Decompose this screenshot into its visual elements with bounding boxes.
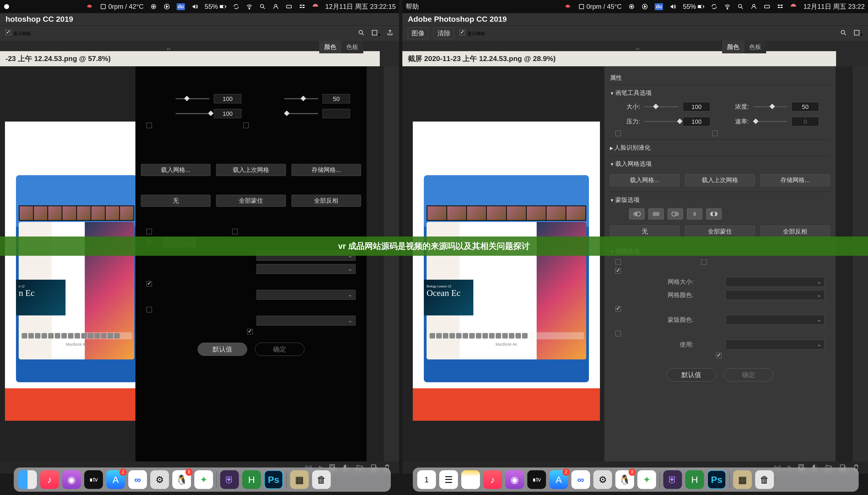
right-dock-left[interactable] xyxy=(383,67,399,474)
tab-color[interactable]: 颜色 xyxy=(319,41,341,53)
dock-appstore-icon[interactable]: A2 xyxy=(106,470,125,489)
document-tab-left[interactable]: -23 上午 12.24.53.png @ 57.8%) xyxy=(0,51,380,67)
toolbar-image-btn[interactable]: 图像 xyxy=(408,28,428,39)
battery-indicator[interactable]: 55% xyxy=(683,3,704,11)
mask-mode-4-icon[interactable] xyxy=(687,208,702,219)
mesh-size-select[interactable] xyxy=(725,277,824,287)
preview-checkbox[interactable] xyxy=(716,353,722,358)
toolbar-search-icon[interactable] xyxy=(358,29,365,37)
dock-folder-icon[interactable]: ▦ xyxy=(290,470,309,489)
dock-notes-icon[interactable] xyxy=(461,470,480,489)
dock-qq-icon[interactable]: 🐧8 xyxy=(172,470,191,489)
mask-all-button[interactable]: 全部蒙住 xyxy=(685,225,755,238)
sync-icon[interactable] xyxy=(711,3,717,10)
cloud-status-icon[interactable] xyxy=(87,3,93,10)
dock-folder-icon[interactable]: ▦ xyxy=(733,470,752,489)
load-mesh-button[interactable]: 载入网格... xyxy=(141,164,211,176)
mask-mode-1-icon[interactable] xyxy=(629,208,645,219)
show-backdrop-checkbox[interactable] xyxy=(146,307,152,312)
dock-settings-icon[interactable]: ⚙︎ xyxy=(593,470,612,489)
save-mesh-button[interactable]: 存储网格... xyxy=(291,164,361,176)
search-icon[interactable] xyxy=(737,3,744,10)
view-checkbox-2[interactable] xyxy=(232,229,238,234)
restore-defaults-button[interactable]: 默认值 xyxy=(667,368,716,381)
canvas-area-left[interactable]: n 12n Ec MacBook Air 100 50 100 xyxy=(0,67,383,474)
pin-edges-checkbox[interactable] xyxy=(712,131,718,136)
brush-options-header[interactable]: 画笔工具选项 xyxy=(610,87,830,99)
dock-calendar-icon[interactable]: 1 xyxy=(417,470,436,489)
baidu-ime-icon[interactable]: du xyxy=(655,3,663,10)
panel-collapse-icon[interactable]: ‹‹ xyxy=(636,41,639,56)
mask-color-select[interactable] xyxy=(256,290,355,300)
volume-icon[interactable] xyxy=(670,3,676,10)
battery-indicator[interactable]: 55% xyxy=(205,3,226,11)
record-icon[interactable] xyxy=(150,3,157,10)
dock-shield-icon[interactable]: ⛨ xyxy=(663,470,682,489)
dock-hbuilder-icon[interactable]: H xyxy=(685,470,704,489)
dock-baidu-icon[interactable]: ∞ xyxy=(128,470,147,489)
mask-none-button[interactable]: 无 xyxy=(610,225,680,238)
fan-temp-indicator[interactable]: 0rpm / 45°C xyxy=(578,3,622,11)
show-mask-checkbox[interactable] xyxy=(615,306,621,311)
dock-podcasts-icon[interactable]: ◉ xyxy=(62,470,81,489)
stylus-pressure-checkbox[interactable] xyxy=(615,131,621,136)
size-value[interactable]: 100 xyxy=(683,102,710,112)
record-icon[interactable] xyxy=(628,3,635,10)
load-last-mesh-button[interactable]: 载入上次网格 xyxy=(216,164,286,176)
rate-value[interactable] xyxy=(322,109,350,118)
dock-appletv-icon[interactable]: ∎tv xyxy=(527,470,546,489)
dock-photoshop-icon[interactable]: Ps xyxy=(707,470,726,489)
dock-music-icon[interactable]: ♪ xyxy=(483,470,502,489)
pressure-value[interactable]: 100 xyxy=(214,109,241,118)
size-value[interactable]: 100 xyxy=(214,94,241,103)
dock-appstore-icon[interactable]: A2 xyxy=(549,470,568,489)
size-slider[interactable] xyxy=(176,98,210,99)
wifi-icon[interactable] xyxy=(246,3,253,10)
show-guides-checkbox[interactable] xyxy=(615,259,621,265)
dock-qq-icon[interactable]: 🐧8 xyxy=(615,470,634,489)
preview-checkbox[interactable] xyxy=(247,329,253,335)
rate-slider[interactable] xyxy=(753,121,787,122)
invert-all-button[interactable]: 全部反相 xyxy=(291,195,361,207)
dock-trash-icon[interactable]: 🗑 xyxy=(312,470,331,489)
control-center-icon[interactable] xyxy=(299,3,305,10)
load-last-mesh-button[interactable]: 载入上次网格 xyxy=(685,174,755,186)
ok-button[interactable]: 确定 xyxy=(255,343,304,356)
user-icon[interactable] xyxy=(751,3,757,10)
density-slider[interactable] xyxy=(753,106,787,107)
density-value[interactable]: 50 xyxy=(322,94,350,103)
toolbar-frame-icon[interactable]: ▾ xyxy=(371,29,380,37)
size-slider[interactable] xyxy=(645,106,679,107)
mask-all-button[interactable]: 全部蒙住 xyxy=(216,195,286,207)
mesh-color-select[interactable] xyxy=(256,264,355,274)
dock-hbuilder-icon[interactable]: H xyxy=(242,470,261,489)
show-mesh-checkbox[interactable] xyxy=(615,268,621,274)
density-slider[interactable] xyxy=(284,98,318,99)
keyboard-icon[interactable] xyxy=(764,3,770,10)
mask-options-header[interactable]: 蒙版选项 xyxy=(610,193,830,206)
mask-color-select[interactable] xyxy=(725,315,824,325)
show-backdrop-checkbox[interactable] xyxy=(615,331,621,336)
stylus-pressure-checkbox[interactable] xyxy=(146,123,152,128)
document-tab-right[interactable]: 截屏 2020-11-23 上午 12.24.53.png @ 28.9%) xyxy=(402,51,836,67)
use-select[interactable] xyxy=(256,316,355,326)
clock-date[interactable]: 12月11日 周五 23:22 xyxy=(803,2,865,11)
load-mesh-button[interactable]: 载入网格... xyxy=(610,174,680,186)
load-mesh-header[interactable]: 载入网格选项 xyxy=(610,157,830,170)
toolbar-clear-btn[interactable]: 清除 xyxy=(434,28,454,39)
umbrella-icon[interactable] xyxy=(312,3,319,10)
wifi-icon[interactable] xyxy=(724,3,731,10)
play-icon[interactable] xyxy=(164,3,170,10)
control-center-icon[interactable] xyxy=(777,3,784,10)
right-dock-right[interactable] xyxy=(852,67,868,474)
save-mesh-button[interactable]: 存储网格... xyxy=(761,174,830,186)
restore-defaults-button[interactable]: 默认值 xyxy=(198,343,247,356)
search-icon[interactable] xyxy=(259,3,266,10)
tab-color[interactable]: 颜色 xyxy=(722,41,744,53)
tab-swatches[interactable]: 色板 xyxy=(341,41,363,53)
rate-slider[interactable] xyxy=(284,113,318,114)
dock-baidu-icon[interactable]: ∞ xyxy=(571,470,590,489)
checkbox-show-grid[interactable]: 显示网格 xyxy=(460,30,485,37)
mask-mode-5-icon[interactable] xyxy=(706,208,722,219)
dock-appletv-icon[interactable]: ∎tv xyxy=(84,470,103,489)
